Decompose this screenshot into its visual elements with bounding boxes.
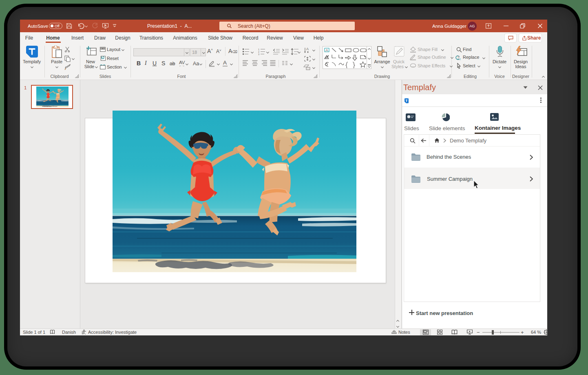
svg-text:A: A bbox=[326, 48, 328, 52]
svg-text:3: 3 bbox=[258, 53, 259, 55]
svg-text:c: c bbox=[459, 57, 461, 61]
svg-text:A: A bbox=[306, 47, 309, 51]
